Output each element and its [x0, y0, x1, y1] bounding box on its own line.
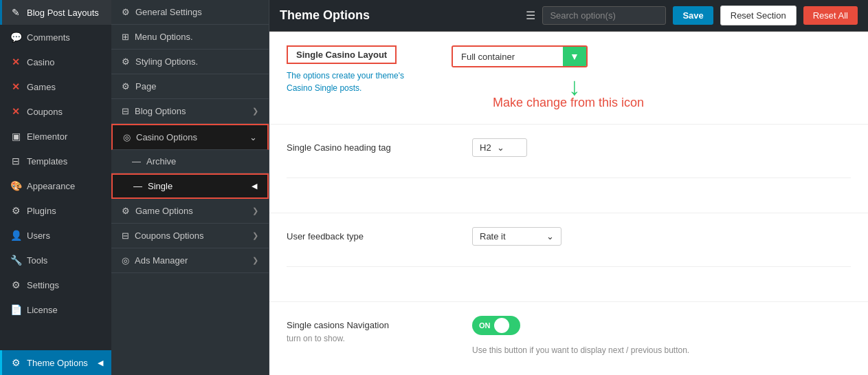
- theme-options-icon: ⚙: [10, 357, 21, 368]
- plugins-icon: ⚙: [10, 205, 21, 216]
- single-arrow: ◀: [252, 182, 257, 191]
- heading-tag-chevron-icon: ⌄: [497, 142, 504, 153]
- ads-manager-chevron: ❯: [252, 256, 258, 265]
- middle-sub-item-archive[interactable]: — Archive: [111, 150, 269, 173]
- heading-tag-section: Single Casino heading tag H2 ⌄: [269, 125, 868, 213]
- sidebar-item-users[interactable]: 👤 Users: [0, 223, 111, 248]
- layout-dropdown-container[interactable]: Full container ▼: [452, 45, 588, 67]
- ads-manager-icon: ◎: [122, 255, 129, 266]
- feedback-row: User feedback type Rate it ⌄: [287, 227, 851, 267]
- templates-icon: ⊟: [10, 156, 21, 167]
- middle-item-menu-options[interactable]: ⊞ Menu Options.: [111, 25, 269, 50]
- menu-icon[interactable]: ☰: [526, 9, 535, 22]
- sidebar: ✎ Blog Post Layouts 💬 Comments ✕ Casino …: [0, 0, 111, 375]
- coupons-options-icon: ⊟: [122, 231, 129, 241]
- casino-options-chevron: ⌄: [249, 132, 257, 142]
- coupons-icon: ✕: [10, 106, 21, 117]
- game-options-icon: ⚙: [122, 206, 130, 216]
- settings-icon: ⚙: [10, 279, 21, 290]
- middle-item-page[interactable]: ⚙ Page: [111, 74, 269, 99]
- users-icon: 👤: [10, 230, 21, 241]
- feedback-control: Rate it ⌄: [472, 227, 851, 246]
- blog-options-chevron: ❯: [252, 107, 258, 116]
- page-icon: ⚙: [122, 81, 130, 92]
- sidebar-item-comments[interactable]: 💬 Comments: [0, 25, 111, 50]
- feedback-section: User feedback type Rate it ⌄: [269, 213, 868, 302]
- reset-all-button[interactable]: Reset All: [803, 6, 858, 25]
- annotation-area: ↓ Make change from this icon: [452, 74, 644, 110]
- layout-description: The options create your theme's Casino S…: [287, 69, 424, 94]
- layout-title: Single Casino Layout: [287, 45, 397, 64]
- casino-options-icon: ◎: [123, 132, 131, 142]
- game-options-chevron: ❯: [252, 206, 258, 215]
- middle-item-game-options[interactable]: ⚙ Game Options ❯: [111, 199, 269, 224]
- blog-icon: ✎: [10, 7, 21, 18]
- comments-icon: 💬: [10, 32, 21, 43]
- feedback-dropdown[interactable]: Rate it ⌄: [472, 227, 561, 246]
- save-button[interactable]: Save: [673, 6, 713, 25]
- layout-dropdown-button[interactable]: ▼: [563, 47, 586, 66]
- heading-tag-control: H2 ⌄: [472, 138, 851, 157]
- top-bar: Theme Options ☰ Save Reset Section Reset…: [269, 0, 868, 32]
- archive-dash-icon: —: [132, 156, 141, 167]
- styling-options-icon: ⚙: [122, 56, 130, 67]
- main-content: Theme Options ☰ Save Reset Section Reset…: [269, 0, 868, 375]
- middle-item-ads-manager[interactable]: ◎ Ads Manager ❯: [111, 248, 269, 273]
- heading-tag-value: H2: [480, 142, 491, 153]
- annotation-text: Make change from this icon: [493, 96, 644, 110]
- sidebar-item-casino[interactable]: ✕ Casino: [0, 50, 111, 74]
- games-icon: ✕: [10, 81, 21, 92]
- feedback-chevron-icon: ⌄: [546, 231, 554, 242]
- license-icon: 📄: [10, 304, 21, 315]
- sidebar-item-tools[interactable]: 🔧 Tools: [0, 248, 111, 272]
- sidebar-item-appearance[interactable]: 🎨 Appearance: [0, 173, 111, 198]
- page-title: Theme Options: [280, 8, 519, 23]
- general-settings-icon: ⚙: [122, 7, 130, 17]
- navigation-label: Single casions Navigation turn on to sho…: [287, 316, 458, 343]
- middle-item-general-settings[interactable]: ⚙ General Settings: [111, 0, 269, 25]
- navigation-section: Single casions Navigation turn on to sho…: [269, 302, 868, 375]
- sidebar-item-settings[interactable]: ⚙ Settings: [0, 272, 111, 297]
- tools-icon: 🔧: [10, 255, 21, 266]
- search-input[interactable]: [542, 6, 666, 25]
- heading-tag-dropdown[interactable]: H2 ⌄: [472, 138, 527, 157]
- sidebar-item-elementor[interactable]: ▣ Elementor: [0, 124, 111, 149]
- coupons-options-chevron: ❯: [252, 231, 258, 240]
- dropdown-arrow-icon: ▼: [570, 51, 579, 62]
- navigation-row: Single casions Navigation turn on to sho…: [287, 316, 851, 375]
- middle-item-styling-options[interactable]: ⚙ Styling Options.: [111, 50, 269, 74]
- feedback-label: User feedback type: [287, 227, 458, 242]
- casino-icon: ✕: [10, 56, 21, 67]
- reset-section-button[interactable]: Reset Section: [720, 6, 797, 25]
- middle-sub-item-single[interactable]: — Single ◀: [111, 173, 269, 199]
- navigation-toggle[interactable]: ON: [472, 316, 520, 335]
- middle-item-casino-options[interactable]: ◎ Casino Options ⌄: [111, 124, 269, 150]
- elementor-icon: ▣: [10, 131, 21, 142]
- navigation-control: ON Use this button if you want to displa…: [472, 316, 851, 355]
- menu-options-icon: ⊞: [122, 32, 129, 42]
- navigation-hint: Use this button if you want to display n…: [472, 345, 689, 355]
- sidebar-item-templates[interactable]: ⊟ Templates: [0, 149, 111, 173]
- feedback-value: Rate it: [480, 231, 506, 242]
- heading-tag-label: Single Casino heading tag: [287, 138, 458, 153]
- sidebar-item-license[interactable]: 📄 License: [0, 297, 111, 322]
- navigation-sublabel: turn on to show.: [287, 334, 458, 343]
- blog-options-icon: ⊟: [122, 106, 129, 116]
- appearance-icon: 🎨: [10, 180, 21, 191]
- heading-tag-row: Single Casino heading tag H2 ⌄: [287, 138, 851, 178]
- middle-item-blog-options[interactable]: ⊟ Blog Options ❯: [111, 99, 269, 124]
- sidebar-item-plugins[interactable]: ⚙ Plugins: [0, 198, 111, 223]
- sidebar-arrow: ◀: [98, 358, 103, 367]
- middle-panel: ⚙ General Settings ⊞ Menu Options. ⚙ Sty…: [111, 0, 269, 375]
- toggle-label: ON: [479, 321, 491, 330]
- layout-dropdown-value: Full container: [453, 47, 563, 66]
- sidebar-item-coupons[interactable]: ✕ Coupons: [0, 99, 111, 124]
- middle-item-coupons-options[interactable]: ⊟ Coupons Options ❯: [111, 224, 269, 248]
- sidebar-item-theme-options[interactable]: ⚙ Theme Options ◀: [0, 350, 111, 375]
- layout-section: Single Casino Layout The options create …: [269, 32, 868, 125]
- sidebar-item-games[interactable]: ✕ Games: [0, 74, 111, 99]
- single-dash-icon: —: [133, 181, 142, 191]
- sidebar-item-blog-post-layouts[interactable]: ✎ Blog Post Layouts: [0, 0, 111, 25]
- toggle-knob: [494, 318, 509, 333]
